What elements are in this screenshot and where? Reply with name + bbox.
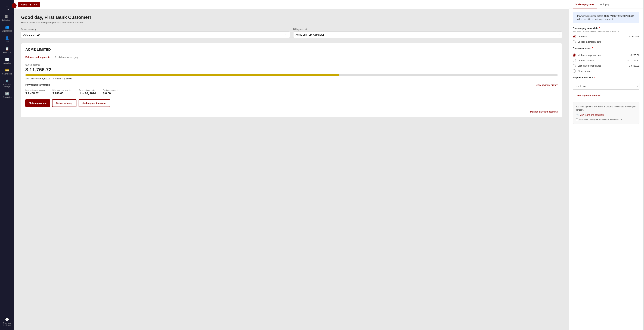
- account-name: ACME LIMITED: [25, 48, 558, 52]
- sidebar-item-label: Departments: [2, 30, 12, 32]
- company-label: Select company: [21, 28, 290, 30]
- users-icon: 👤: [5, 36, 9, 40]
- radio-current-balance-input[interactable]: [573, 59, 576, 62]
- minimum-value: $ 285.00: [630, 54, 640, 56]
- radio-due-date-label: Due date: [578, 35, 587, 38]
- payment-account-select[interactable]: credit card bank account other: [573, 83, 640, 90]
- sidebar-item-notifications[interactable]: ☰ Notifications: [0, 12, 12, 23]
- top-header: FIRST BANK: [14, 0, 569, 9]
- stat-value-0: $ 9,468.02: [25, 92, 46, 95]
- radio-current-balance-label: Current balance: [578, 59, 594, 62]
- info-banner-text: Payments submitted before 04:00 PM CST (…: [577, 14, 637, 21]
- sidebar-item-label: Notifications: [2, 19, 11, 21]
- sidebar-item-company-settings[interactable]: ⚙️ Company settings: [0, 77, 14, 90]
- sidebar-item-users[interactable]: 👤 Users: [0, 34, 14, 45]
- payment-info-header: Payment information View payment history: [25, 84, 558, 86]
- sidebar-item-departments[interactable]: 👥 Departments: [0, 23, 14, 34]
- current-balance-value: $ 11,766.72: [627, 59, 640, 62]
- radio-minimum-input[interactable]: [573, 54, 576, 57]
- payment-stats: Last statement balance $ 9,468.02 Minimu…: [25, 89, 558, 95]
- add-payment-account-panel-button[interactable]: Add payment account: [573, 92, 604, 99]
- sidebar-toggle[interactable]: ›: [12, 3, 16, 8]
- last-statement-value: $ 9,468.02: [629, 64, 640, 67]
- companies-icon: 🏢: [5, 92, 9, 96]
- terms-doc-icon: 📄: [576, 114, 579, 116]
- sidebar-item-share-feedback[interactable]: 💬 Share your feedback: [0, 316, 14, 328]
- selectors-row: Select company ACME LIMITED Billing acco…: [21, 28, 562, 38]
- consent-checkbox[interactable]: [576, 118, 578, 121]
- view-terms-link[interactable]: 📄 View terms and conditions: [576, 114, 636, 116]
- radio-last-statement-label: Last statement balance: [578, 64, 601, 67]
- payment-account-required-star: *: [594, 76, 595, 79]
- radio-different-date-left: Choose a different date: [573, 40, 601, 43]
- view-payment-history-link[interactable]: View payment history: [536, 84, 558, 86]
- radio-minimum: Minimum payment due $ 285.00: [573, 54, 640, 57]
- consent-checkbox-label: I have read and agree to the terms and c…: [579, 118, 623, 121]
- manage-payment-accounts-link[interactable]: Manage payment accounts: [25, 110, 558, 113]
- set-autopay-button[interactable]: Set up autopay: [52, 99, 76, 107]
- radio-last-statement: Last statement balance $ 9,468.02: [573, 64, 640, 67]
- sidebar-item-companies[interactable]: 🏢 Companies: [0, 90, 14, 100]
- share-feedback-icon: 💬: [5, 318, 9, 322]
- panel-tab-make-payment[interactable]: Make a payment: [573, 0, 597, 8]
- stat-label-3: Past due amount: [103, 89, 118, 91]
- radio-due-date-left: Due date: [573, 35, 587, 38]
- account-tabs: Balance and payments Breakdown by catego…: [25, 54, 558, 60]
- credit-progress-fill: [25, 74, 340, 76]
- panel-tab-autopay[interactable]: Autopay: [597, 0, 612, 8]
- billing-select[interactable]: ACME LIMITED (Company): [293, 32, 562, 38]
- stat-label-1: Minimum payment due: [52, 89, 72, 91]
- available-credit-value: $ 6,601.00: [40, 78, 50, 80]
- radio-other-amount-label: Other amount: [578, 70, 592, 72]
- radio-last-statement-input[interactable]: [573, 64, 576, 67]
- consent-text: You must open the link below in order to…: [576, 105, 636, 112]
- sidebar-item-analytics[interactable]: 📊 Analytics: [0, 56, 14, 66]
- logo: FIRST BANK: [18, 2, 40, 7]
- company-select[interactable]: ACME LIMITED: [21, 32, 290, 38]
- stat-last-statement: Last statement balance $ 9,468.02: [25, 89, 46, 95]
- sidebar-item-cardholders[interactable]: 💳 Cardholders: [0, 66, 14, 77]
- payment-info-title: Payment information: [25, 84, 50, 86]
- add-payment-account-main-button[interactable]: Add payment account: [78, 99, 110, 107]
- welcome-sub: Here is what's happening with your accou…: [21, 21, 562, 24]
- right-panel: Make a payment Autopay ℹ Payments submit…: [569, 0, 643, 330]
- balance-section: Current balance $ 11,766.72 Available cr…: [25, 64, 558, 80]
- due-date-value: 06-26-2024: [628, 35, 640, 38]
- make-payment-button[interactable]: Make a payment: [25, 99, 50, 107]
- notifications-icon: ☰: [5, 14, 8, 18]
- sidebar-item-audit-logs[interactable]: 📋 Audit logs: [0, 45, 14, 56]
- credit-info: Available credit $ 6,601.00 | Credit lim…: [25, 78, 558, 80]
- amount-title: Choose amount *: [573, 47, 640, 50]
- radio-different-date-input[interactable]: [573, 40, 576, 43]
- radio-due-date-input[interactable]: [573, 35, 576, 38]
- billing-selector-group: Billing account ACME LIMITED (Company): [293, 28, 562, 38]
- welcome-title: Good day, First Bank Customer!: [21, 14, 562, 20]
- amount-options: Minimum payment due $ 285.00 Current bal…: [573, 54, 640, 72]
- radio-other-amount: Other amount: [573, 70, 640, 72]
- company-selector-group: Select company ACME LIMITED: [21, 28, 290, 38]
- tab-balance-payments[interactable]: Balance and payments: [25, 54, 50, 60]
- tab-breakdown-category[interactable]: Breakdown by category: [54, 54, 78, 60]
- cardholders-icon: 💳: [5, 68, 9, 72]
- radio-different-date-label: Choose a different date: [578, 40, 601, 43]
- stat-value-1: $ 285.00: [52, 92, 72, 95]
- payment-date-subtitle: Payments can be scheduled up to 30 days …: [573, 30, 640, 32]
- company-settings-icon: ⚙️: [5, 79, 9, 83]
- sidebar-item-label: Users: [5, 41, 9, 42]
- audit-logs-icon: 📋: [5, 47, 9, 51]
- radio-due-date: Due date 06-26-2024: [573, 35, 640, 38]
- radio-other-amount-input[interactable]: [573, 70, 576, 72]
- sidebar-item-label: Analytics: [4, 62, 10, 64]
- billing-label: Billing account: [293, 28, 562, 30]
- radio-current-balance: Current balance $ 11,766.72: [573, 59, 640, 62]
- stat-past-due: Past due amount $ 0.00: [103, 89, 118, 95]
- main-area: FIRST BANK Good day, First Bank Customer…: [14, 0, 644, 330]
- sidebar-item-label: Audit logs: [3, 52, 11, 53]
- amount-required-star: *: [592, 47, 593, 50]
- credit-limit-value: $ 20,000: [64, 78, 72, 80]
- payment-account-title: Payment account *: [573, 76, 640, 79]
- page-content: FIRST BANK Good day, First Bank Customer…: [14, 0, 569, 330]
- scrollbar[interactable]: [643, 0, 644, 330]
- amount-section: Choose amount * Minimum payment due $ 28…: [573, 47, 640, 72]
- action-buttons: Make a payment Set up autopay Add paymen…: [25, 99, 558, 107]
